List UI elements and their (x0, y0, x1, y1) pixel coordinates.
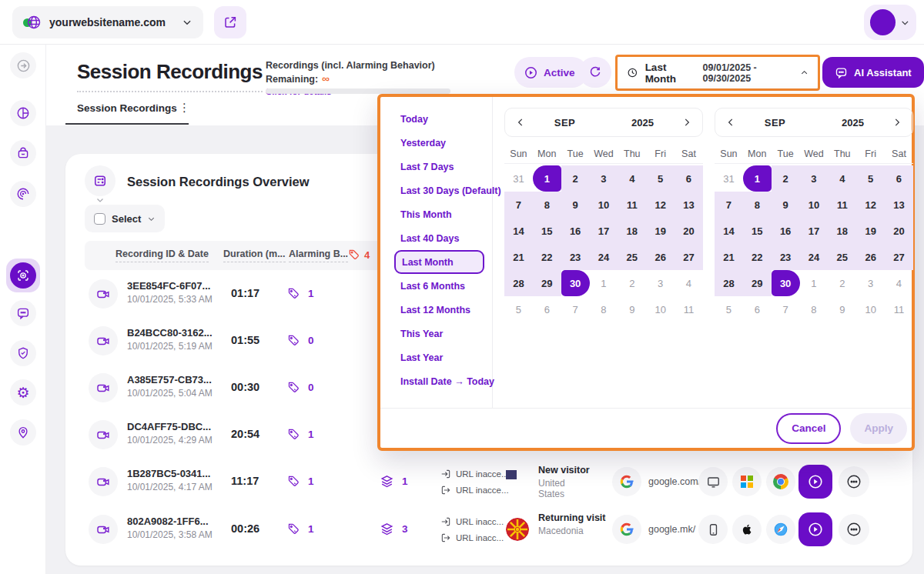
calendar-day[interactable]: 13 (885, 192, 913, 218)
calendar-day[interactable]: 27 (675, 244, 703, 270)
calendar-day[interactable]: 31 (715, 165, 743, 192)
calendar-day[interactable]: 11 (828, 192, 856, 218)
calendar-day[interactable]: 28 (504, 270, 533, 296)
calendar-day[interactable]: 20 (675, 218, 703, 244)
calendar-day[interactable]: 21 (504, 244, 533, 270)
active-status-button[interactable]: Active (514, 57, 588, 88)
calendar-day[interactable]: 6 (885, 165, 913, 192)
calendar-day[interactable]: 5 (646, 165, 675, 192)
calendar-day[interactable]: 28 (715, 270, 743, 296)
calendar-day[interactable]: 11 (618, 192, 646, 218)
calendar-day[interactable]: 11 (885, 296, 913, 322)
calendar-day[interactable]: 5 (715, 296, 743, 322)
calendar-day[interactable]: 15 (743, 218, 772, 244)
calendar-day[interactable]: 2 (618, 270, 646, 296)
calendar-day[interactable]: 4 (885, 270, 913, 296)
calendar-day[interactable]: 22 (743, 244, 772, 270)
date-preset-item[interactable]: Yesterday (394, 131, 484, 155)
prev-month-button[interactable] (725, 117, 736, 128)
entry-url[interactable]: URL inacc... (456, 517, 504, 526)
tab-session-recordings[interactable]: Session Recordings (77, 102, 177, 114)
calendar-day[interactable]: 1 (533, 165, 561, 192)
calendar-day[interactable]: 8 (743, 192, 772, 218)
sidebar-collapse-button[interactable] (10, 52, 36, 78)
calendar-year[interactable]: 2025 (604, 117, 681, 128)
calendar-day[interactable]: 14 (715, 218, 743, 244)
calendar-day[interactable]: 6 (675, 165, 703, 192)
column-recording-id[interactable]: Recording ID & Date (116, 249, 209, 262)
column-alarming[interactable]: Alarming B... (289, 249, 348, 262)
ai-assistant-button[interactable]: AI Assistant (822, 57, 924, 88)
apply-button[interactable]: Apply (850, 413, 907, 444)
calendar-day[interactable]: 26 (646, 244, 675, 270)
date-preset-item[interactable]: Last 12 Months (394, 298, 484, 322)
calendar-day[interactable]: 7 (715, 192, 743, 218)
calendar-day[interactable]: 1 (800, 270, 829, 296)
calendar-day[interactable]: 10 (856, 296, 885, 322)
date-preset-item[interactable]: Last 40 Days (394, 226, 484, 250)
table-row[interactable]: 802A9082-1FF6... 10/01/2025, 3:58 AM 00:… (65, 506, 912, 552)
play-recording-button[interactable] (798, 465, 832, 499)
entry-url[interactable]: URL inacce... (456, 469, 509, 479)
exit-url[interactable]: URL inacc... (456, 533, 504, 542)
calendar-day[interactable]: 4 (828, 165, 856, 192)
date-range-button[interactable]: Last Month 09/01/2025 - 09/30/2025 (615, 55, 820, 91)
calendar-day[interactable]: 2 (772, 165, 800, 192)
calendar-day[interactable]: 17 (800, 218, 829, 244)
calendar-month[interactable]: SEP (736, 117, 814, 128)
sidebar-item-feedback[interactable] (10, 300, 36, 326)
date-preset-item[interactable]: Last Month (394, 250, 484, 274)
sidebar-item-security[interactable] (10, 340, 36, 366)
date-preset-item[interactable]: This Year (394, 322, 484, 345)
calendar-day[interactable]: 7 (504, 192, 533, 218)
sidebar-item-session-recordings[interactable] (6, 259, 40, 292)
calendar-day[interactable]: 24 (590, 244, 618, 270)
sidebar-item-settings[interactable]: ⚙ (10, 379, 36, 405)
sidebar-item-heatmaps[interactable] (10, 181, 36, 207)
calendar-day[interactable]: 29 (533, 270, 561, 296)
calendar-day[interactable]: 19 (856, 218, 885, 244)
calendar-month[interactable]: SEP (526, 117, 604, 128)
calendar-day[interactable]: 25 (618, 244, 646, 270)
calendar-day[interactable]: 2 (561, 165, 590, 192)
cancel-button[interactable]: Cancel (776, 413, 841, 444)
calendar-day[interactable]: 2 (828, 270, 856, 296)
calendar-day[interactable]: 6 (743, 296, 772, 322)
referrer-url[interactable]: google.mk/ (648, 524, 695, 535)
calendar-day[interactable]: 25 (828, 244, 856, 270)
prev-month-button[interactable] (515, 117, 526, 128)
date-preset-item[interactable]: Today (394, 107, 484, 131)
calendar-day[interactable]: 10 (590, 192, 618, 218)
date-preset-item[interactable]: Last 7 Days (394, 155, 484, 179)
sidebar-item-dashboard[interactable] (10, 100, 36, 126)
chevron-down-icon[interactable] (95, 195, 105, 205)
calendar-day[interactable]: 17 (590, 218, 618, 244)
calendar-day[interactable]: 18 (828, 218, 856, 244)
calendar-day[interactable]: 30 (561, 270, 590, 296)
next-month-button[interactable] (892, 117, 902, 128)
calendar-day[interactable]: 8 (533, 192, 561, 218)
calendar-day[interactable]: 7 (561, 296, 590, 322)
select-checkbox[interactable] (94, 213, 105, 225)
calendar-day[interactable]: 6 (533, 296, 561, 322)
calendar-day[interactable]: 5 (856, 165, 885, 192)
column-duration[interactable]: Duration (m... (223, 249, 286, 262)
calendar-day[interactable]: 24 (800, 244, 829, 270)
calendar-day[interactable]: 29 (743, 270, 772, 296)
calendar-day[interactable]: 22 (533, 244, 561, 270)
calendar-day[interactable]: 9 (618, 296, 646, 322)
calendar-day[interactable]: 7 (772, 296, 800, 322)
sidebar-item-location[interactable] (10, 419, 36, 446)
calendar-day[interactable]: 3 (590, 165, 618, 192)
calendar-day[interactable]: 10 (646, 296, 675, 322)
calendar-day[interactable]: 14 (504, 218, 533, 244)
calendar-day[interactable]: 9 (772, 192, 800, 218)
calendar-day[interactable]: 20 (885, 218, 913, 244)
calendar-day[interactable]: 1 (743, 165, 772, 192)
calendar-day[interactable]: 4 (675, 270, 703, 296)
calendar-day[interactable]: 3 (800, 165, 829, 192)
exit-url[interactable]: URL inacce... (456, 486, 509, 495)
row-more-button[interactable] (839, 514, 869, 545)
next-month-button[interactable] (681, 117, 692, 128)
table-row[interactable]: 1B287BC5-0341... 10/01/2025, 4:17 AM 11:… (65, 459, 912, 505)
